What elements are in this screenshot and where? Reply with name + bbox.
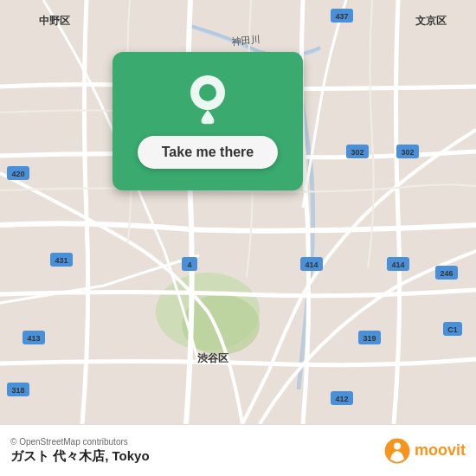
location-info: © OpenStreetMap contributors ガスト 代々木店, T… bbox=[10, 437, 150, 465]
svg-point-34 bbox=[199, 84, 216, 101]
svg-text:319: 319 bbox=[363, 334, 376, 343]
bottom-bar: © OpenStreetMap contributors ガスト 代々木店, T… bbox=[0, 424, 476, 476]
svg-text:246: 246 bbox=[440, 269, 453, 278]
location-name: ガスト 代々木店, Tokyo bbox=[10, 448, 150, 465]
label-nakano: 中野区 bbox=[39, 15, 70, 27]
svg-text:420: 420 bbox=[11, 170, 24, 178]
svg-text:413: 413 bbox=[27, 334, 40, 343]
svg-text:412: 412 bbox=[335, 395, 348, 403]
map-container: 437 420 437 302 302 431 4 414 414 246 41… bbox=[0, 0, 476, 424]
svg-text:4: 4 bbox=[187, 261, 191, 269]
svg-text:414: 414 bbox=[305, 261, 318, 269]
destination-card: Take me there bbox=[113, 52, 303, 190]
svg-text:C1: C1 bbox=[447, 325, 458, 334]
svg-text:302: 302 bbox=[351, 148, 363, 157]
label-shibuya: 渋谷区 bbox=[197, 352, 228, 364]
svg-text:431: 431 bbox=[55, 256, 68, 265]
take-me-there-button[interactable]: Take me there bbox=[138, 136, 278, 169]
svg-text:318: 318 bbox=[11, 386, 24, 395]
svg-text:437: 437 bbox=[335, 12, 348, 21]
location-pin-icon bbox=[186, 74, 229, 125]
svg-point-36 bbox=[394, 442, 401, 449]
moovit-logo: moovit bbox=[383, 437, 466, 465]
svg-text:302: 302 bbox=[401, 148, 414, 157]
label-bunkyo: 文京区 bbox=[415, 15, 447, 27]
moovit-brand-icon bbox=[383, 437, 411, 465]
attribution-text: © OpenStreetMap contributors bbox=[10, 437, 150, 447]
svg-text:414: 414 bbox=[391, 261, 404, 269]
moovit-brand-text: moovit bbox=[415, 441, 466, 460]
